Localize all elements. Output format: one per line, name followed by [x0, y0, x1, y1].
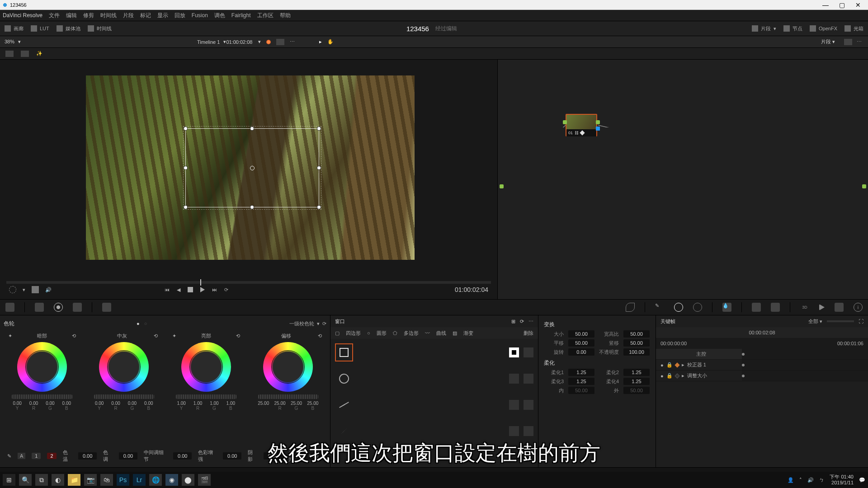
master-dial[interactable] [176, 394, 236, 399]
qualifier-icon[interactable] [9, 286, 16, 293]
search-icon[interactable]: 🔍 [19, 474, 32, 486]
output-port[interactable] [862, 184, 866, 188]
kf-row[interactable]: ●🔒▸调整大小 [656, 371, 868, 381]
viewer-timecode[interactable]: 01:00:02:08 [226, 39, 252, 45]
shape-square-icon[interactable]: ▢ [335, 330, 340, 336]
hand-icon[interactable]: ✋ [327, 39, 334, 45]
taskbar-app[interactable]: 🎬 [198, 474, 211, 486]
camera-raw-icon[interactable] [5, 303, 14, 312]
outside-field[interactable]: 50.00 [623, 387, 650, 394]
color-wheels-icon[interactable] [54, 303, 63, 312]
menu-item[interactable]: 片段 [123, 12, 134, 19]
center-handle[interactable] [250, 166, 255, 170]
aspect-field[interactable]: 50.00 [623, 330, 650, 338]
resize-handle[interactable] [184, 166, 187, 169]
resolve-taskbar-icon[interactable]: ◉ [165, 474, 178, 486]
chrome-icon[interactable]: 🌐 [149, 474, 162, 486]
reset-icon[interactable]: ⟲ [154, 333, 158, 339]
reset-icon[interactable]: ⟳ [520, 319, 524, 324]
node-output[interactable] [596, 120, 600, 124]
viewer-image[interactable] [86, 75, 415, 260]
gallery-button[interactable]: 画廊 [5, 25, 24, 32]
pan-field[interactable]: 50.00 [568, 339, 594, 347]
master-dial[interactable] [94, 394, 155, 399]
expand-icon[interactable] [276, 39, 284, 45]
tilt-field[interactable]: 50.00 [623, 339, 650, 347]
bypass-icon[interactable] [266, 40, 271, 44]
mask-icon[interactable] [509, 347, 519, 357]
reset-icon[interactable]: ⟲ [318, 333, 322, 339]
color-node[interactable]: 01⛓ [566, 114, 597, 136]
kf-mode-dropdown[interactable]: 全部 ▾ [808, 318, 822, 325]
wheel-knob[interactable] [204, 365, 208, 369]
timeline-button[interactable]: 时间线 [88, 25, 112, 32]
reset-icon[interactable]: ⟳ [322, 321, 326, 327]
window-item-curve[interactable] [335, 396, 533, 414]
jump-last-icon[interactable]: ⏭ [212, 287, 217, 292]
jump-first-icon[interactable]: ⏮ [165, 287, 170, 292]
store-icon[interactable]: 🛍 [100, 474, 113, 486]
node-zoom-icon[interactable] [844, 39, 852, 45]
wheel-mode-dropdown[interactable]: 一级校色轮▾⟳ [289, 320, 326, 327]
more-icon[interactable]: ⋯ [290, 39, 295, 45]
timeline-name-dropdown[interactable]: Timeline 1▾ [197, 39, 226, 45]
menu-item[interactable]: 时间线 [100, 12, 117, 19]
ime-icon[interactable]: ㄅ [819, 477, 824, 483]
openfx-button[interactable]: OpenFX [810, 25, 837, 32]
master-dial[interactable] [12, 394, 72, 399]
mask-icon[interactable] [509, 400, 519, 410]
rgb-mixer-icon[interactable] [73, 303, 82, 312]
wheel-knob[interactable] [40, 365, 44, 369]
photoshop-icon[interactable]: Ps [117, 474, 129, 486]
gain-wheel[interactable]: ✦亮部⟲ 1.001.001.001.00 YRGB [170, 333, 243, 411]
lock-icon[interactable]: 🔒 [666, 362, 673, 368]
inside-field[interactable]: 50.00 [568, 387, 594, 394]
menu-item[interactable]: 修剪 [83, 12, 94, 19]
keyframe-marker[interactable] [742, 364, 745, 366]
clock[interactable]: 下午 01:402019/1/11 [830, 474, 854, 486]
delete-button[interactable]: 删除 [524, 330, 533, 337]
resize-handle[interactable] [317, 166, 321, 169]
invert-icon[interactable] [524, 347, 533, 357]
unmix-icon[interactable] [32, 286, 39, 293]
clips-button[interactable]: 片段▾ [752, 25, 776, 32]
maximize-button[interactable]: ▢ [834, 1, 850, 9]
window-item-rect[interactable] [335, 343, 533, 361]
image-wipe-icon[interactable] [5, 51, 14, 57]
expand-icon[interactable]: ⛶ [859, 319, 863, 324]
reset-icon[interactable]: ⟲ [236, 333, 240, 339]
gamma-wheel[interactable]: 中灰⟲ 0.000.000.000.00 YRGB [88, 333, 161, 411]
invert-icon[interactable] [524, 426, 533, 436]
lut-button[interactable]: LUT [31, 25, 49, 32]
lift-wheel[interactable]: ✦暗部⟲ 0.000.000.000.00 YRGB [5, 333, 79, 411]
menu-item[interactable]: 编辑 [66, 12, 77, 19]
chevron-down-icon[interactable]: ▾ [23, 287, 25, 293]
resize-handle[interactable] [184, 127, 187, 130]
volume-icon[interactable]: 🔊 [807, 477, 814, 483]
kf-diamond-icon[interactable] [675, 373, 679, 378]
soft3-field[interactable]: 1.25 [568, 378, 594, 385]
loop-icon[interactable]: ⟳ [224, 287, 228, 293]
mediapool-button[interactable]: 媒体池 [57, 25, 80, 32]
wheel-knob[interactable] [122, 365, 126, 369]
pointer-icon[interactable]: ▸ [319, 39, 322, 45]
preset-icon[interactable]: ⊞ [511, 319, 515, 324]
blur-icon[interactable]: 💧 [722, 303, 731, 312]
reset-icon[interactable]: ⟲ [72, 333, 76, 339]
power-window-rect[interactable] [185, 128, 319, 207]
qualifier-icon[interactable]: ✎ [655, 303, 664, 312]
menu-item[interactable]: Fairlight [231, 12, 251, 19]
kf-master-row[interactable]: 主控 [656, 349, 868, 360]
window-item-circle[interactable] [335, 370, 533, 388]
lightroom-icon[interactable]: Lr [133, 474, 146, 486]
tray-chevron-icon[interactable]: ˄ [799, 477, 802, 483]
offset-wheel[interactable]: 偏移⟲ 25.0025.0025.0025.00 RGB [252, 333, 325, 411]
keyframe-marker[interactable] [742, 375, 745, 377]
obs-icon[interactable]: ⬤ [182, 474, 194, 486]
split-icon[interactable] [21, 51, 29, 57]
minimize-button[interactable]: — [817, 1, 834, 9]
picker-icon[interactable]: ✦ [172, 333, 176, 339]
resize-handle[interactable] [250, 206, 254, 209]
more-icon[interactable]: ⋯ [857, 39, 862, 45]
menu-item[interactable]: 标记 [140, 12, 151, 19]
